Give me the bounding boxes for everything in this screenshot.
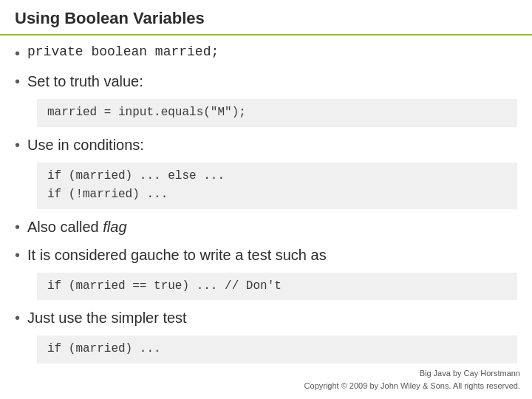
bullet-text-6: Just use the simpler test [27, 307, 187, 328]
list-item: • Also called flag [15, 216, 517, 237]
code-line: if (married == true) ... // Don't [47, 277, 507, 296]
title-bar: Using Boolean Variables [0, 0, 532, 35]
bullet-text-4: Also called flag [27, 216, 127, 237]
content-area: • private boolean married; • Set to trut… [0, 35, 532, 378]
bullet-marker: • [15, 43, 20, 64]
footer: Big Java by Cay Horstmann Copyright © 20… [304, 367, 520, 392]
code-block-1: married = input.equals("M"); [37, 99, 517, 127]
list-item: • It is considered gauche to write a tes… [15, 245, 517, 265]
bullet-text-3: Use in conditions: [27, 134, 144, 155]
code-block-4: if (married) ... [37, 335, 517, 364]
bullet-text-5: It is considered gauche to write a test … [27, 245, 327, 265]
slide: Using Boolean Variables • private boolea… [0, 0, 532, 399]
bullet-text-2: Set to truth value: [27, 71, 143, 92]
code-line: if (married) ... [47, 340, 507, 359]
code-line: if (!married) ... [47, 185, 507, 205]
code-block-3: if (married == true) ... // Don't [37, 273, 517, 301]
bullet-text-1: private boolean married; [27, 43, 219, 61]
list-item: • Set to truth value: [15, 71, 517, 92]
bullet-marker: • [15, 245, 20, 265]
footer-line2: Copyright © 2009 by John Wiley & Sons. A… [304, 380, 520, 392]
list-item: • Use in conditions: [15, 134, 517, 155]
bullet-marker: • [15, 216, 20, 237]
code-block-2: if (married) ... else ... if (!married) … [37, 163, 517, 209]
also-called-text: Also called [27, 219, 103, 235]
code-line: married = input.equals("M"); [47, 103, 507, 123]
bullet-marker: • [15, 307, 20, 328]
footer-line1: Big Java by Cay Horstmann [304, 367, 520, 380]
bullet-marker: • [15, 134, 20, 155]
list-item: • Just use the simpler test [15, 307, 517, 328]
slide-title: Using Boolean Variables [15, 9, 205, 27]
code-line: if (married) ... else ... [47, 167, 507, 186]
bullet-marker: • [15, 71, 20, 92]
flag-italic: flag [103, 219, 126, 235]
list-item: • private boolean married; [15, 43, 517, 64]
